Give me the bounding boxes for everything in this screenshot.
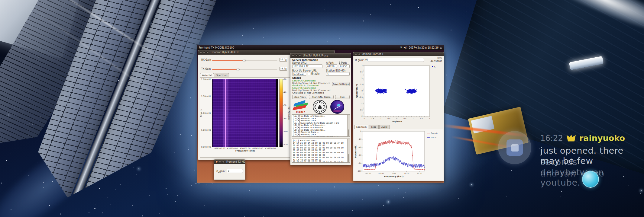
svg-text:Data 0: Data 0	[431, 132, 438, 135]
proxy-window: LilacSat Uplink Proxy Server Information…	[290, 53, 351, 165]
tab-waterfall[interactable]: Waterfall	[200, 73, 214, 77]
rx-gain-slider[interactable]	[212, 60, 277, 61]
system-tray[interactable]: ⇅ ◀)) 2017年5月25日 18:52:26	[400, 46, 442, 49]
star	[108, 197, 108, 198]
axis-tick-label: 5.00e+00	[199, 129, 211, 131]
constellation-plot[interactable]: -2-2-1.5-1.5-1-1-0.5-0.5000.50.5111.51.5…	[355, 64, 442, 124]
star	[49, 205, 50, 206]
star	[132, 205, 133, 206]
spin-arrows-icon[interactable]: ▲▼	[285, 67, 286, 71]
star	[120, 184, 121, 185]
log-scrollbar[interactable]	[347, 115, 350, 136]
small-window-titlebar[interactable]: Frontend TX MOD...	[214, 160, 245, 164]
close-button[interactable]	[200, 51, 202, 54]
svg-text:-80: -80	[358, 162, 361, 164]
star	[303, 16, 304, 16]
event-log-box[interactable]: [UA_S] No Data in 5 Seconds...[UA_S] Rec…	[292, 114, 350, 137]
minimize-button[interactable]	[203, 51, 205, 54]
close-button[interactable]	[292, 54, 294, 57]
svg-text:1: 1	[413, 117, 414, 120]
a-port-field[interactable]: 61260	[326, 64, 337, 68]
svg-text:In-phase: In-phase	[392, 120, 402, 123]
panel-app-title: Frontend TX MODEL IC9100	[199, 46, 234, 49]
close-button[interactable]	[355, 53, 357, 56]
tab-spectrum[interactable]: Spectrum	[215, 73, 229, 77]
b-port-field[interactable]: 61250	[339, 64, 350, 68]
minimize-button[interactable]	[358, 53, 361, 56]
svg-text:-0.5: -0.5	[387, 117, 390, 120]
star	[446, 75, 447, 75]
minimize-button[interactable]	[295, 54, 298, 57]
network-icon[interactable]: ⇅	[400, 46, 402, 49]
star	[122, 197, 123, 197]
axis-tick-label: 0.00e+00	[199, 146, 211, 148]
log-line: [UA_L] Successfully Send Data Length = 2…	[293, 136, 346, 137]
tab-spectrum[interactable]: Spectrum	[354, 125, 368, 129]
hex-log-line: 00 00 70 41 00 00 A0 41 00 00 7A 43 00 0…	[293, 161, 346, 163]
star	[341, 6, 342, 6]
start-gnu-radio-button[interactable]: Start GNU Radio	[309, 95, 334, 99]
crown-icon	[567, 135, 576, 142]
spectrum-plot[interactable]: -20.00-10.000.0010.0020.000-20-40-60-80-…	[354, 129, 443, 180]
maximize-button[interactable]	[299, 54, 301, 57]
demod-window-titlebar[interactable]: demod LilacSat-1	[353, 52, 444, 56]
proxy-window-titlebar[interactable]: LilacSat Uplink Proxy	[290, 53, 351, 58]
window-title: Frontend Uplink 48 kHz	[211, 51, 239, 54]
waterfall-xlabel: Frequency (kHz)	[212, 150, 278, 152]
axis-tick-label: 436650.00	[252, 147, 263, 150]
tx-gain-slider-handle[interactable]	[236, 68, 240, 71]
star	[467, 11, 467, 11]
star	[5, 198, 6, 198]
waterfall-plot[interactable]	[212, 79, 278, 147]
enable-checkbox[interactable]	[308, 73, 310, 75]
maximize-button[interactable]	[222, 161, 225, 163]
svg-text:0: 0	[360, 130, 361, 132]
volume-icon[interactable]: ◀))	[403, 46, 407, 49]
power-icon[interactable]	[440, 47, 442, 49]
svg-text:-20.00: -20.00	[365, 172, 371, 174]
star	[212, 183, 212, 183]
star	[253, 28, 254, 29]
spin-arrows-icon[interactable]: ▲▼	[285, 58, 286, 62]
maximize-button[interactable]	[206, 51, 209, 54]
server-url-field[interactable]: 192.168.1.72	[292, 64, 322, 68]
star	[185, 209, 185, 209]
minimize-button[interactable]	[219, 161, 221, 163]
desktop-capture: Frontend TX MODEL IC9100 ⇅ ◀)) 2017年5月25…	[197, 45, 444, 183]
tx-gain-slider[interactable]	[212, 69, 277, 70]
hex-scrollbar[interactable]	[347, 139, 350, 162]
star	[89, 212, 89, 213]
star	[199, 183, 199, 184]
star	[180, 193, 180, 193]
svg-text:0.00: 0.00	[392, 172, 396, 174]
rf-gain-slider-field[interactable]	[368, 58, 424, 62]
small-tx-window: Frontend TX MOD... rf_gain: 0	[214, 159, 245, 180]
star	[616, 191, 616, 191]
tab-loop[interactable]: Loop	[369, 125, 379, 129]
star	[206, 184, 206, 185]
star	[137, 174, 137, 175]
exit-button[interactable]: Exit	[335, 95, 350, 99]
star	[371, 14, 371, 15]
station-id-field[interactable]: 1	[326, 72, 350, 76]
close-button[interactable]	[215, 161, 218, 163]
rx-gain-spinbox[interactable]: 35.0▲▼	[279, 58, 287, 62]
tx-gain-spinbox[interactable]: 33.5▲▼	[279, 67, 287, 71]
star	[327, 41, 328, 42]
rx-gain-slider-handle[interactable]	[242, 59, 246, 62]
svg-text:1: 1	[361, 77, 363, 79]
star	[506, 196, 506, 197]
chat-emoji-bubble[interactable]	[582, 171, 599, 188]
tab-audio[interactable]: Audio	[379, 125, 390, 129]
panel-clock[interactable]: 2017年5月25日 18:52:26	[409, 46, 439, 49]
avatar[interactable]	[498, 131, 531, 164]
save-settings-button[interactable]: Save Settings	[332, 82, 350, 86]
rf-gain-field[interactable]: 0	[227, 169, 243, 173]
star	[561, 196, 561, 197]
svg-text:-40: -40	[358, 146, 361, 148]
chat-username[interactable]: rainyuoko	[579, 133, 625, 143]
star	[458, 198, 459, 199]
stop-proxy-button[interactable]: Stop Proxy	[292, 95, 307, 99]
backup-url-field[interactable]: localhost	[292, 72, 306, 76]
hex-log-box[interactable]: [D_L] Received Data ...84 54 21 50 1A A8…	[292, 139, 350, 163]
